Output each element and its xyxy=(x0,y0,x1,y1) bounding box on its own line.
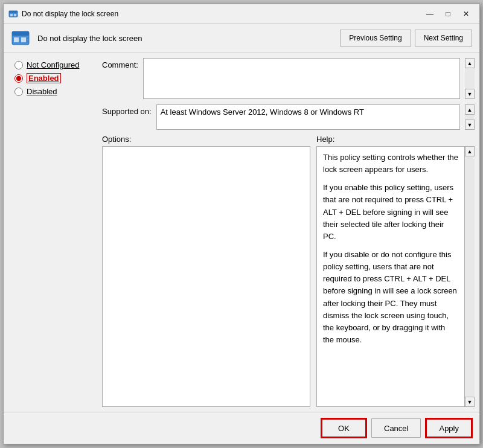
comment-scroll-track xyxy=(465,68,475,89)
supported-scroll-down[interactable]: ▼ xyxy=(465,120,475,130)
help-text-box: This policy setting controls whether the… xyxy=(316,146,465,407)
help-label: Help: xyxy=(316,135,475,146)
minimize-button[interactable]: — xyxy=(421,7,438,21)
prev-setting-button[interactable]: Previous Setting xyxy=(340,30,411,46)
supported-label: Supported on: xyxy=(102,104,152,116)
enabled-label: Enabled xyxy=(27,73,61,83)
options-column: Options: xyxy=(102,135,310,407)
comment-label: Comment: xyxy=(102,58,138,69)
main-window: Do not display the lock screen — □ ✕ Do … xyxy=(3,4,480,444)
footer: OK Cancel Apply xyxy=(4,412,479,444)
options-box xyxy=(102,146,310,407)
next-setting-button[interactable]: Next Setting xyxy=(415,30,472,46)
disabled-radio[interactable] xyxy=(14,88,23,96)
enabled-option[interactable]: Enabled xyxy=(14,73,96,83)
left-panel: Not Configured Enabled Disabled xyxy=(8,53,102,412)
help-scroll-track xyxy=(465,156,475,397)
help-scroll-down[interactable]: ▼ xyxy=(465,397,475,407)
supported-scroll-track xyxy=(465,115,475,120)
header-title: Do not display the lock screen xyxy=(37,34,333,43)
title-bar-controls: — □ ✕ xyxy=(421,7,475,21)
apply-button[interactable]: Apply xyxy=(426,418,472,438)
help-scroll-up[interactable]: ▲ xyxy=(465,146,475,156)
options-label: Options: xyxy=(102,135,310,146)
comment-scroll-up[interactable]: ▲ xyxy=(465,58,475,68)
window-icon xyxy=(8,9,18,19)
enabled-radio[interactable] xyxy=(14,74,23,83)
title-bar: Do not display the lock screen — □ ✕ xyxy=(4,4,479,24)
supported-value: At least Windows Server 2012, Windows 8 … xyxy=(156,104,460,130)
help-paragraph-1: This policy setting controls whether the… xyxy=(323,152,458,176)
help-paragraph-2: If you enable this policy setting, users… xyxy=(323,182,458,243)
comment-scroll-down[interactable]: ▼ xyxy=(465,89,475,99)
not-configured-label: Not Configured xyxy=(27,60,79,69)
header-icon xyxy=(11,28,30,48)
close-button[interactable]: ✕ xyxy=(458,7,475,21)
maximize-button[interactable]: □ xyxy=(440,7,456,21)
not-configured-option[interactable]: Not Configured xyxy=(14,60,96,69)
disabled-label: Disabled xyxy=(27,87,57,96)
help-column: Help: This policy setting controls wheth… xyxy=(310,135,475,407)
svg-rect-2 xyxy=(10,14,13,16)
ok-button[interactable]: OK xyxy=(321,418,366,438)
svg-rect-6 xyxy=(14,37,19,42)
supported-scroll-up[interactable]: ▲ xyxy=(465,104,475,115)
comment-textarea[interactable] xyxy=(143,58,460,99)
svg-rect-7 xyxy=(21,37,26,42)
svg-rect-5 xyxy=(12,31,29,36)
disabled-option[interactable]: Disabled xyxy=(14,87,96,96)
help-paragraph-3: If you disable or do not configure this … xyxy=(323,249,458,346)
header-row: Do not display the lock screen Previous … xyxy=(4,24,479,53)
svg-rect-1 xyxy=(9,11,18,13)
cancel-button[interactable]: Cancel xyxy=(371,418,421,438)
not-configured-radio[interactable] xyxy=(14,61,23,69)
title-bar-text: Do not display the lock screen xyxy=(22,10,421,18)
svg-rect-3 xyxy=(14,14,16,16)
header-buttons: Previous Setting Next Setting xyxy=(340,30,472,46)
